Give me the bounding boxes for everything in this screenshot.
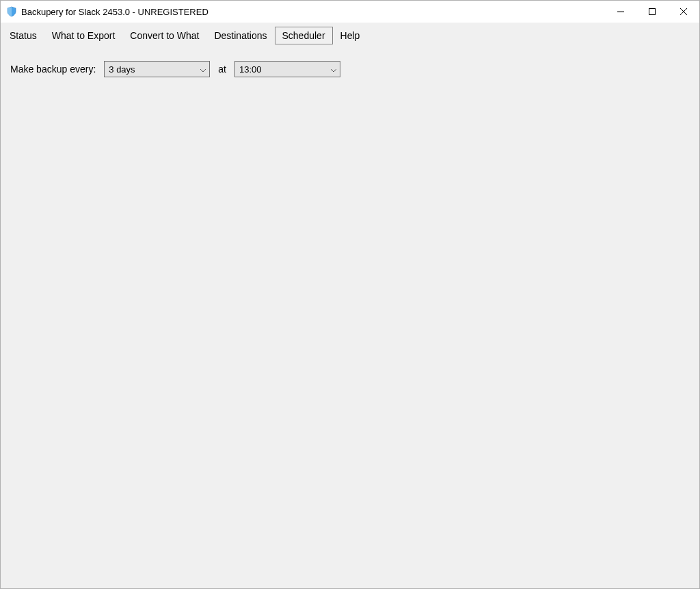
- window-title: Backupery for Slack 2453.0 - UNREGISTERE…: [21, 7, 208, 17]
- tab-convert-to-what[interactable]: Convert to What: [122, 27, 206, 44]
- minimize-button[interactable]: [605, 1, 636, 23]
- tab-status[interactable]: Status: [2, 27, 44, 44]
- time-select-value: 13:00: [239, 64, 262, 75]
- shield-icon: [6, 6, 17, 17]
- scheduler-panel: Make backup every: 3 days at 13:00: [1, 44, 699, 94]
- titlebar: Backupery for Slack 2453.0 - UNREGISTERE…: [1, 1, 699, 23]
- chevron-down-icon: [200, 64, 206, 75]
- minimize-icon: [617, 8, 624, 15]
- chevron-down-icon: [330, 64, 337, 75]
- tab-scheduler[interactable]: Scheduler: [275, 27, 333, 44]
- svg-rect-1: [649, 9, 656, 15]
- close-icon: [680, 8, 687, 15]
- interval-select[interactable]: 3 days: [104, 61, 210, 77]
- window-controls: [605, 1, 699, 23]
- maximize-button[interactable]: [636, 1, 668, 23]
- label-make-backup-every: Make backup every:: [10, 64, 96, 75]
- time-select[interactable]: 13:00: [234, 61, 340, 77]
- tabs: Status What to Export Convert to What De…: [1, 23, 699, 44]
- label-at: at: [218, 64, 226, 75]
- tab-what-to-export[interactable]: What to Export: [44, 27, 123, 44]
- content-area: Status What to Export Convert to What De…: [1, 23, 699, 588]
- tab-destinations[interactable]: Destinations: [206, 27, 274, 44]
- maximize-icon: [649, 8, 656, 15]
- interval-select-value: 3 days: [109, 64, 135, 75]
- close-button[interactable]: [668, 1, 699, 23]
- tab-help[interactable]: Help: [333, 27, 368, 44]
